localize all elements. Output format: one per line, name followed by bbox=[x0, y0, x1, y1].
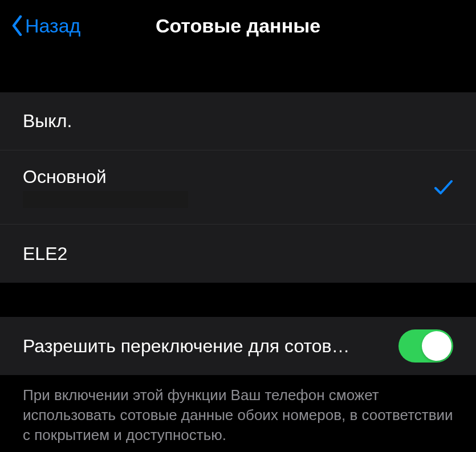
navigation-header: Назад Сотовые данные bbox=[0, 0, 476, 51]
cellular-switching-row: Разрешить переключение для сотов… bbox=[0, 317, 476, 375]
section-gap bbox=[0, 283, 476, 317]
checkmark-icon bbox=[434, 178, 453, 197]
option-primary[interactable]: Основной bbox=[0, 150, 476, 225]
back-button[interactable]: Назад bbox=[11, 15, 80, 37]
cellular-switching-toggle[interactable] bbox=[398, 329, 453, 363]
option-off[interactable]: Выкл. bbox=[0, 92, 476, 150]
cellular-switching-label: Разрешить переключение для сотов… bbox=[23, 336, 387, 357]
chevron-left-icon bbox=[11, 15, 23, 36]
option-primary-label: Основной bbox=[23, 166, 188, 188]
section-gap bbox=[0, 51, 476, 92]
option-primary-sublabel bbox=[23, 191, 188, 208]
toggle-knob bbox=[422, 331, 451, 361]
sim-options-list: Выкл. Основной ELE2 bbox=[0, 92, 476, 283]
back-label: Назад bbox=[25, 15, 80, 37]
option-off-label: Выкл. bbox=[23, 111, 72, 132]
option-secondary-label: ELE2 bbox=[23, 243, 67, 264]
footer-description: При включении этой функции Ваш телефон с… bbox=[0, 375, 476, 452]
option-secondary[interactable]: ELE2 bbox=[0, 225, 476, 283]
